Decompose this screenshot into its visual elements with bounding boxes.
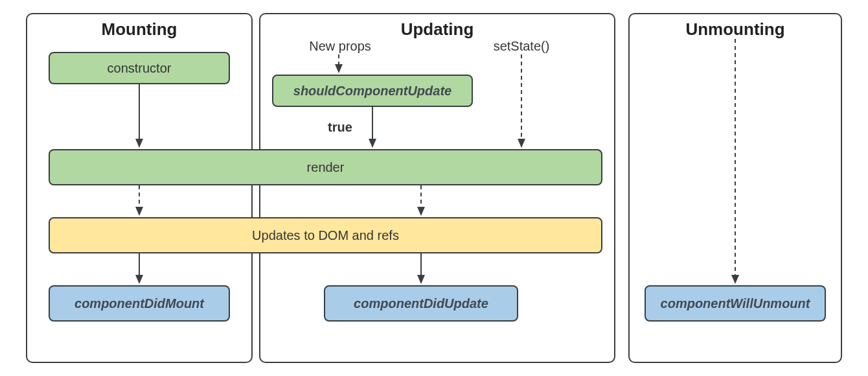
box-constructor-label: constructor bbox=[108, 61, 172, 76]
box-updates-dom: Updates to DOM and refs bbox=[49, 217, 602, 253]
box-component-did-update-label: componentDidUpdate bbox=[354, 296, 488, 311]
panel-title-unmounting: Unmounting bbox=[630, 19, 841, 40]
box-component-did-mount: componentDidMount bbox=[49, 285, 230, 322]
box-should-component-update-label: shouldComponentUpdate bbox=[293, 84, 451, 99]
panel-title-updating: Updating bbox=[260, 19, 614, 40]
panel-title-mounting: Mounting bbox=[27, 19, 251, 40]
box-component-will-unmount-label: componentWillUnmount bbox=[661, 296, 810, 311]
box-component-did-mount-label: componentDidMount bbox=[74, 296, 204, 311]
box-constructor: constructor bbox=[49, 52, 230, 84]
box-should-component-update: shouldComponentUpdate bbox=[272, 75, 473, 107]
box-component-will-unmount: componentWillUnmount bbox=[645, 285, 826, 322]
box-render: render bbox=[49, 149, 602, 185]
label-set-state: setState() bbox=[483, 39, 560, 54]
box-render-label: render bbox=[307, 160, 345, 175]
label-true: true bbox=[324, 120, 356, 135]
box-updates-dom-label: Updates to DOM and refs bbox=[252, 228, 399, 243]
box-component-did-update: componentDidUpdate bbox=[324, 285, 518, 322]
label-new-props: New props bbox=[298, 39, 382, 54]
